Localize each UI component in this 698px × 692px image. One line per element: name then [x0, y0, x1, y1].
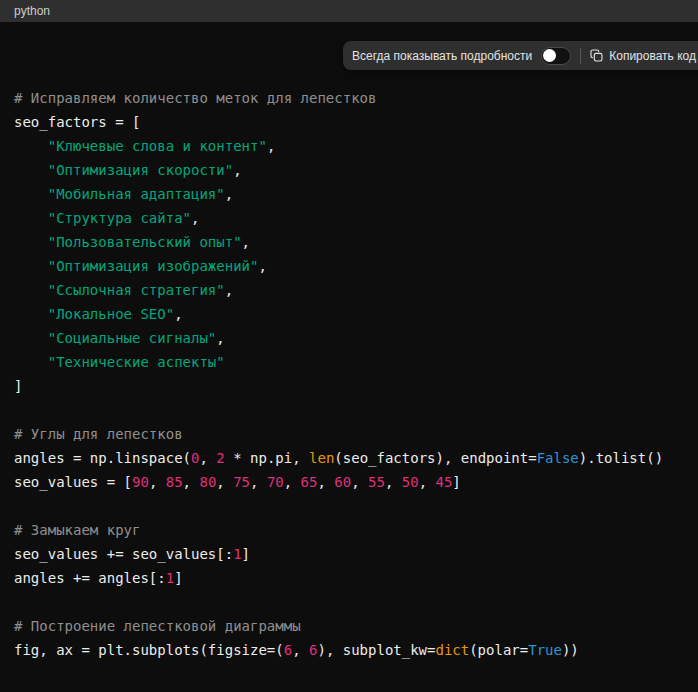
code-line: "Социальные сигналы", [14, 326, 684, 350]
code-line: # Построение лепестковой диаграммы [14, 614, 684, 638]
code-line: "Оптимизация изображений", [14, 254, 684, 278]
code-block: # Исправляем количество меток для лепест… [0, 22, 698, 692]
code-line: # Рисуем диаграмму [14, 686, 684, 692]
code-line: # Исправляем количество меток для лепест… [14, 86, 684, 110]
code-line: seo_factors = [ [14, 110, 684, 134]
code-line: # Замыкаем круг [14, 518, 684, 542]
code-line: "Ссылочная стратегия", [14, 278, 684, 302]
code-line: "Технические аспекты" [14, 350, 684, 374]
code-line: ] [14, 374, 684, 398]
code-line [14, 398, 684, 422]
code-line: "Пользовательский опыт", [14, 230, 684, 254]
copy-icon [590, 49, 603, 62]
code-line: # Углы для лепестков [14, 422, 684, 446]
code-line: angles += angles[:1] [14, 566, 684, 590]
code-line: angles = np.linspace(0, 2 * np.pi, len(s… [14, 446, 684, 470]
always-show-details-label: Всегда показывать подробности [352, 49, 532, 63]
copy-code-label: Копировать код [609, 49, 696, 63]
code-line [14, 494, 684, 518]
code-line [14, 662, 684, 686]
toggle-knob [543, 49, 556, 62]
code-line: "Оптимизация скорости", [14, 158, 684, 182]
code-line: seo_values = [90, 85, 80, 75, 70, 65, 60… [14, 470, 684, 494]
code-line: "Мобильная адаптация", [14, 182, 684, 206]
code-line: seo_values += seo_values[:1] [14, 542, 684, 566]
code-line: "Локальное SEO", [14, 302, 684, 326]
code-language-label: python [14, 4, 50, 18]
toolbar-divider [580, 48, 581, 64]
code-line [14, 590, 684, 614]
code-language-bar: python [0, 0, 698, 22]
always-show-details-toggle[interactable] [541, 47, 571, 65]
code-line: "Ключевые слова и контент", [14, 134, 684, 158]
code-lines: # Исправляем количество меток для лепест… [14, 86, 684, 692]
code-line: "Структура сайта", [14, 206, 684, 230]
copy-code-button[interactable]: Копировать код [590, 49, 696, 63]
code-line: fig, ax = plt.subplots(figsize=(6, 6), s… [14, 638, 684, 662]
floating-toolbar: Всегда показывать подробности Копировать… [343, 41, 698, 70]
